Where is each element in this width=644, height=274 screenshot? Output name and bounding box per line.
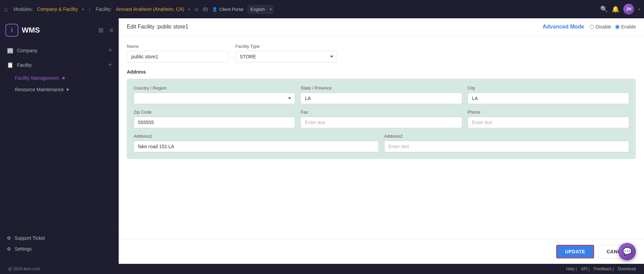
sidebar-nav: 🏢 Company + 📋 Facility + Facility Manage… bbox=[0, 43, 119, 228]
city-group: City bbox=[468, 85, 629, 104]
state-label: State / Province bbox=[300, 85, 462, 91]
favorites-button[interactable]: ☆ bbox=[194, 6, 199, 13]
sidebar-item-company[interactable]: 🏢 Company + bbox=[3, 43, 116, 57]
sidebar-item-facility[interactable]: 📋 Facility + bbox=[3, 58, 116, 72]
avatar-chevron-icon[interactable]: ▾ bbox=[638, 7, 640, 11]
support-ticket-label: Support Ticket bbox=[15, 235, 45, 241]
sidebar-logo: i WMS ⊞ ≡ bbox=[0, 24, 119, 43]
disable-radio[interactable] bbox=[590, 25, 594, 29]
address-label: Address bbox=[127, 69, 636, 75]
facility-value[interactable]: Arovast Anaheim (Anaheim, CA) bbox=[116, 6, 184, 12]
logo-letter: i bbox=[11, 27, 13, 34]
advanced-mode-toggle[interactable]: Advanced Mode bbox=[543, 24, 584, 30]
download-link[interactable]: Download bbox=[618, 267, 636, 271]
modules-chevron-icon[interactable]: ▾ bbox=[82, 7, 84, 11]
facility-add-button[interactable]: + bbox=[108, 61, 112, 68]
phone-label: Phone bbox=[468, 110, 629, 115]
address2-group: Address2 bbox=[384, 134, 629, 152]
help-link[interactable]: Help | bbox=[566, 267, 577, 271]
content-area: Edit Facility :public store1 Advanced Mo… bbox=[119, 18, 644, 264]
address1-group: Address1 bbox=[134, 134, 379, 152]
settings-icon: ⚙ bbox=[7, 246, 11, 252]
name-input[interactable] bbox=[127, 51, 229, 62]
mode-radio-group: Disable Enable bbox=[590, 24, 636, 30]
country-label: Country / Region bbox=[134, 85, 295, 91]
company-add-button[interactable]: + bbox=[108, 47, 112, 54]
facility-icon: 📋 bbox=[7, 62, 14, 68]
client-portal-label: Client Portal bbox=[219, 7, 243, 12]
company-icon: 🏢 bbox=[7, 47, 14, 54]
grid-icon[interactable]: ⊞ bbox=[98, 26, 103, 34]
form-top-row: Name Facility Type STORE WAREHOUSE DISTR… bbox=[127, 44, 636, 62]
avatar-initials: JH bbox=[626, 7, 631, 12]
page-title: Edit Facility :public store1 bbox=[127, 24, 188, 30]
address-box: Country / Region State / Province City bbox=[127, 79, 636, 159]
fax-group: Fax bbox=[300, 110, 462, 128]
city-label: City bbox=[468, 85, 629, 91]
facility-type-label: Facility Type bbox=[235, 44, 337, 49]
city-input[interactable] bbox=[468, 93, 629, 104]
menu-icon[interactable]: ≡ bbox=[110, 27, 113, 34]
settings-label: Settings bbox=[15, 246, 32, 252]
zip-input[interactable] bbox=[134, 117, 295, 128]
copyright: @ 2024 item.com bbox=[8, 267, 40, 271]
avatar[interactable]: JH bbox=[623, 4, 634, 15]
zip-group: Zip Code bbox=[134, 110, 295, 128]
bell-icon[interactable]: 🔔 bbox=[612, 5, 619, 13]
update-button[interactable]: UPDATE bbox=[556, 245, 594, 258]
client-portal-link[interactable]: 👤 Client Portal bbox=[212, 7, 243, 12]
language-selector[interactable]: English bbox=[248, 5, 274, 14]
api-link[interactable]: API | bbox=[581, 267, 590, 271]
sidebar-item-resource-maintenance[interactable]: Resource Maintenance ▾ bbox=[3, 84, 116, 95]
name-group: Name bbox=[127, 44, 229, 62]
fax-label: Fax bbox=[300, 110, 462, 115]
home-icon[interactable]: ⌂ bbox=[4, 5, 8, 13]
resource-maintenance-label: Resource Maintenance bbox=[15, 87, 64, 92]
modules-value[interactable]: Company & Facility bbox=[37, 6, 78, 12]
address-row-2: Zip Code Fax Phone bbox=[134, 110, 629, 128]
phone-group: Phone bbox=[468, 110, 629, 128]
phone-input[interactable] bbox=[468, 117, 629, 128]
country-group: Country / Region bbox=[134, 85, 295, 104]
address-row-3: Address1 Address2 bbox=[134, 134, 629, 152]
support-ticket-icon: ⚙ bbox=[7, 235, 11, 241]
feedback-link[interactable]: Feedback | bbox=[593, 267, 613, 271]
sidebar: i WMS ⊞ ≡ 🏢 Company + 📋 Facility + Facil… bbox=[0, 18, 119, 264]
logo-icon: i bbox=[5, 24, 18, 37]
chat-button[interactable]: 💬 bbox=[618, 243, 636, 260]
facility-label: Facility: bbox=[96, 6, 112, 12]
address-section: Address Country / Region State / Provinc… bbox=[127, 69, 636, 159]
address1-label: Address1 bbox=[134, 134, 379, 139]
sidebar-item-label: Company bbox=[17, 48, 105, 53]
sidebar-item-facility-management[interactable]: Facility Management ★ bbox=[3, 73, 116, 83]
resource-maintenance-chevron-icon: ▾ bbox=[66, 87, 69, 92]
address2-label: Address2 bbox=[384, 134, 629, 139]
facility-management-label: Facility Management bbox=[15, 75, 59, 81]
favorites-count: (0) bbox=[203, 7, 208, 12]
state-group: State / Province bbox=[300, 85, 462, 104]
footer-links: Help | API | Feedback | Download bbox=[566, 267, 636, 271]
form-area: Name Facility Type STORE WAREHOUSE DISTR… bbox=[119, 36, 644, 239]
enable-radio[interactable] bbox=[615, 25, 620, 29]
page-header: Edit Facility :public store1 Advanced Mo… bbox=[119, 18, 644, 36]
language-select[interactable]: English bbox=[248, 5, 274, 14]
sidebar-bottom: ⚙ Support Ticket ⚙ Settings bbox=[0, 228, 119, 258]
facility-chevron-icon[interactable]: ▾ bbox=[188, 7, 190, 11]
country-select[interactable] bbox=[134, 93, 295, 104]
footer: @ 2024 item.com Help | API | Feedback | … bbox=[0, 264, 644, 274]
address-row-1: Country / Region State / Province City bbox=[134, 85, 629, 104]
fax-input[interactable] bbox=[300, 117, 462, 128]
state-input[interactable] bbox=[300, 93, 462, 104]
modules-label: Modules: bbox=[14, 6, 33, 12]
main-layout: i WMS ⊞ ≡ 🏢 Company + 📋 Facility + Facil… bbox=[0, 18, 644, 264]
facility-type-select[interactable]: STORE WAREHOUSE DISTRIBUTION CENTER bbox=[235, 51, 337, 62]
sidebar-item-support-ticket[interactable]: ⚙ Support Ticket bbox=[3, 233, 116, 243]
enable-radio-option[interactable]: Enable bbox=[615, 24, 636, 30]
address1-input[interactable] bbox=[134, 141, 379, 152]
search-icon[interactable]: 🔍 bbox=[600, 5, 608, 13]
chat-icon: 💬 bbox=[623, 247, 632, 256]
sidebar-item-settings[interactable]: ⚙ Settings bbox=[3, 243, 116, 254]
facility-management-star-icon[interactable]: ★ bbox=[61, 75, 66, 81]
address2-input[interactable] bbox=[384, 141, 629, 152]
disable-radio-option[interactable]: Disable bbox=[590, 24, 611, 30]
